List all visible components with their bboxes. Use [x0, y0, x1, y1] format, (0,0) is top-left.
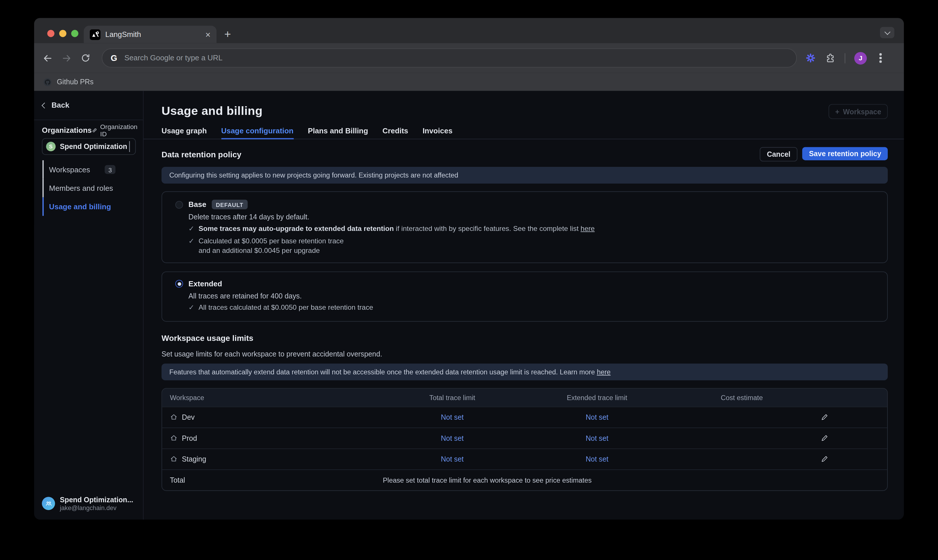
forward-button[interactable]: [62, 53, 72, 63]
tab-close-icon[interactable]: ×: [205, 30, 211, 39]
organization-avatar: S: [46, 142, 56, 151]
back-label: Back: [51, 101, 69, 109]
retention-info-banner: Configuring this setting applies to new …: [162, 167, 888, 184]
screenshot-viewport: LangSmith × + G Search Google or type a …: [0, 0, 938, 560]
tab-plans-and-billing[interactable]: Plans and Billing: [308, 127, 368, 138]
workspace-name: Prod: [182, 434, 197, 442]
total-label: Total: [162, 476, 185, 484]
people-group-icon: [44, 499, 53, 508]
toolbar-divider: [845, 53, 845, 63]
user-account[interactable]: Spend Optimization... jake@langchain.dev: [42, 495, 133, 511]
workspace-limits-table: Workspace Total trace limit Extended tra…: [162, 388, 888, 491]
sidebar-item-usage-and-billing[interactable]: Usage and billing: [42, 197, 136, 216]
total-trace-limit-link[interactable]: Not set: [384, 434, 521, 442]
retention-info-text: Configuring this setting applies to new …: [169, 172, 458, 179]
base-radio[interactable]: [175, 201, 183, 208]
add-workspace-label: Workspace: [843, 108, 881, 116]
table-total-row: Total Please set total trace limit for e…: [162, 469, 887, 490]
forward-arrow-icon: [62, 53, 72, 63]
default-badge: DEFAULT: [212, 200, 248, 209]
sidebar-item-label: Usage and billing: [49, 202, 111, 211]
link-icon: [92, 126, 98, 134]
extended-trace-limit-link[interactable]: Not set: [521, 434, 673, 442]
extended-radio[interactable]: [175, 280, 183, 288]
zoom-window-button[interactable]: [71, 30, 79, 37]
back-arrow-icon: [42, 53, 52, 63]
limits-description: Set usage limits for each workspace to p…: [162, 349, 888, 358]
back-link[interactable]: Back: [34, 91, 143, 120]
tab-invoices[interactable]: Invoices: [422, 127, 453, 138]
browser-tabstrip: LangSmith × +: [34, 18, 904, 43]
toolbar-right: J: [805, 52, 885, 65]
base-description: Delete traces after 14 days by default.: [189, 213, 875, 221]
see-complete-list-link[interactable]: here: [581, 224, 595, 233]
sidebar-item-label: Members and roles: [49, 184, 113, 192]
minimize-window-button[interactable]: [59, 30, 66, 37]
sidebar-item-members-and-roles[interactable]: Members and roles: [42, 179, 136, 197]
tab-usage-graph[interactable]: Usage graph: [162, 127, 207, 138]
check-icon: ✓: [189, 224, 194, 234]
extended-trace-limit-link[interactable]: Not set: [521, 455, 673, 463]
column-total-trace-limit: Total trace limit: [384, 394, 521, 401]
reload-button[interactable]: [81, 53, 90, 63]
close-window-button[interactable]: [47, 30, 55, 37]
retention-option-base[interactable]: Base DEFAULT Delete traces after 14 days…: [162, 191, 888, 263]
edit-limit-button[interactable]: [811, 455, 887, 463]
workspace-icon: [170, 455, 178, 463]
total-message: Please set total trace limit for each wo…: [383, 476, 592, 483]
workspace-name: Staging: [182, 455, 206, 463]
retention-option-extended[interactable]: Extended All traces are retained for 400…: [162, 271, 888, 322]
total-trace-limit-link[interactable]: Not set: [384, 413, 521, 422]
url-placeholder: Search Google or type a URL: [125, 54, 223, 62]
main-panel: Usage and billing + Workspace Usage grap…: [143, 91, 904, 520]
table-header: Workspace Total trace limit Extended tra…: [162, 389, 887, 406]
sidebar-item-workspaces[interactable]: Workspaces 3: [42, 160, 136, 179]
new-tab-button[interactable]: +: [224, 28, 231, 39]
bookmark-github-prs[interactable]: Github PRs: [57, 78, 94, 86]
extended-trace-limit-link[interactable]: Not set: [521, 413, 673, 422]
total-trace-limit-link[interactable]: Not set: [384, 455, 521, 463]
extensions-puzzle-icon[interactable]: [825, 52, 836, 63]
limits-info-banner: Features that automatically extend data …: [162, 363, 888, 380]
organization-selector[interactable]: S Spend Optimization Tu...: [42, 138, 136, 155]
url-bar[interactable]: G Search Google or type a URL: [102, 49, 797, 68]
reload-icon: [81, 53, 90, 63]
table-row: Prod Not set Not set: [162, 427, 887, 448]
stage: LangSmith × + G Search Google or type a …: [0, 0, 938, 560]
check-icon: ✓: [189, 237, 194, 256]
tab-search-button[interactable]: [880, 27, 894, 38]
langsmith-extension-icon[interactable]: [805, 52, 816, 63]
page-title: Usage and billing: [162, 104, 888, 117]
sidebar-item-label: Workspaces: [49, 165, 90, 174]
retention-section-title: Data retention policy: [162, 150, 242, 159]
browser-profile-avatar[interactable]: J: [854, 52, 867, 65]
tab-title: LangSmith: [105, 30, 205, 39]
edit-limit-button[interactable]: [811, 413, 887, 422]
organization-name: Spend Optimization Tu...: [60, 142, 127, 151]
chevron-left-icon: [42, 102, 48, 108]
add-workspace-button[interactable]: + Workspace: [829, 104, 888, 119]
github-icon: [43, 77, 52, 86]
plus-icon: +: [835, 108, 839, 116]
tab-credits[interactable]: Credits: [382, 127, 408, 138]
browser-tab[interactable]: LangSmith ×: [84, 26, 217, 43]
user-avatar: [42, 497, 55, 510]
tabs-bar: Usage graph Usage configuration Plans an…: [143, 127, 904, 139]
tab-usage-configuration[interactable]: Usage configuration: [221, 127, 293, 138]
back-button[interactable]: [42, 53, 52, 63]
learn-more-link[interactable]: here: [597, 368, 611, 375]
check-icon: ✓: [189, 303, 194, 312]
organization-id-link[interactable]: Organization ID: [92, 123, 139, 137]
save-retention-policy-button[interactable]: Save retention policy: [802, 147, 888, 160]
workspaces-count-badge: 3: [105, 165, 116, 174]
column-workspace: Workspace: [162, 394, 383, 401]
browser-menu-icon[interactable]: [879, 57, 881, 59]
workspace-icon: [170, 434, 178, 442]
column-cost-estimate: Cost estimate: [673, 394, 810, 401]
organizations-label: Organizations: [42, 126, 92, 134]
edit-limit-button[interactable]: [811, 434, 887, 442]
cancel-button[interactable]: Cancel: [760, 147, 798, 162]
sidebar: Back Organizations Organization ID S Spe…: [34, 91, 143, 520]
chevron-down-icon: [884, 29, 890, 35]
sidebar-nav: Workspaces 3 Members and roles Usage and…: [42, 160, 136, 216]
